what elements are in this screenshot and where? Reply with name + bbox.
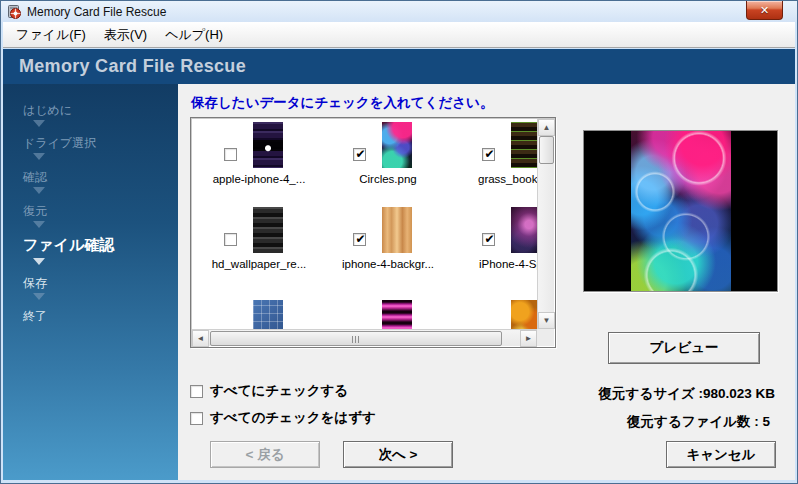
step-arrow-icon — [33, 153, 45, 160]
file-name: apple-iphone-4_... — [192, 173, 330, 185]
instruction-text: 保存したいデータにチェックを入れてください。 — [191, 94, 493, 112]
close-icon: ✕ — [760, 5, 769, 16]
step-arrow-icon — [33, 258, 45, 265]
file-checkbox[interactable] — [482, 148, 495, 161]
file-checkbox[interactable] — [353, 233, 366, 246]
menubar: ファイル(F) 表示(V) ヘルプ(H) — [3, 22, 795, 48]
thumbnail-dark-shelf — [253, 207, 283, 253]
next-button[interactable]: 次へ > — [343, 441, 453, 468]
window-title: Memory Card File Rescue — [27, 5, 166, 19]
vertical-scrollbar[interactable]: ▲ ▼ — [537, 119, 554, 329]
preview-frame — [583, 130, 778, 292]
scrollbar-corner — [537, 329, 554, 346]
scroll-right-icon[interactable]: ► — [520, 330, 537, 347]
thumbnail-pink-stripes — [382, 300, 412, 329]
thumbnail-blue-grid — [253, 300, 283, 329]
titlebar[interactable]: Memory Card File Rescue ✕ — [1, 1, 797, 22]
step-arrow-icon — [33, 120, 45, 127]
header-band: Memory Card File Rescue — [3, 49, 795, 84]
step-restore: 復元 — [23, 203, 47, 220]
wizard-sidebar: はじめに ドライブ選択 確認 復元 ファイル確認 保存 終了 — [3, 84, 178, 480]
step-arrow-icon — [33, 221, 45, 228]
step-finish: 終了 — [23, 308, 47, 325]
step-start: はじめに — [23, 102, 72, 119]
menu-view[interactable]: 表示(V) — [95, 23, 156, 47]
vertical-scroll-thumb[interactable] — [539, 136, 554, 164]
file-item[interactable] — [325, 300, 451, 329]
check-all-checkbox[interactable] — [190, 385, 203, 398]
step-file-check-current: ファイル確認 — [23, 236, 114, 255]
scroll-down-icon[interactable]: ▼ — [538, 312, 555, 329]
thumbnail-bokeh-circles — [382, 122, 412, 168]
step-arrow-icon — [33, 187, 45, 194]
file-name: iphone-4-backgr... — [317, 258, 459, 270]
file-checkbox[interactable] — [224, 233, 237, 246]
uncheck-all-row[interactable]: すべてのチェックをはずす — [190, 409, 376, 427]
horizontal-scrollbar[interactable]: ◄ ► — [192, 329, 537, 346]
app-window: Memory Card File Rescue ✕ ファイル(F) 表示(V) … — [0, 0, 798, 484]
file-item[interactable]: grass_bookshe — [454, 122, 537, 206]
thumbnail-autumn-leaves — [511, 300, 537, 329]
page-title: Memory Card File Rescue — [19, 56, 246, 77]
restore-count-text: 復元するファイル数 : 5 — [627, 413, 770, 431]
restore-size-text: 復元するサイズ :980.023 KB — [599, 385, 775, 403]
file-listbox: apple-iphone-4_... Circles.png grass_boo… — [190, 117, 556, 348]
thumbnail-wood-texture — [382, 207, 412, 253]
file-grid: apple-iphone-4_... Circles.png grass_boo… — [192, 119, 537, 329]
preview-button[interactable]: プレビュー — [608, 332, 760, 364]
file-checkbox[interactable] — [224, 148, 237, 161]
check-all-row[interactable]: すべてにチェックする — [190, 382, 348, 400]
file-item[interactable] — [196, 300, 322, 329]
file-item[interactable] — [454, 300, 537, 329]
scroll-left-icon[interactable]: ◄ — [192, 330, 209, 347]
scroll-up-icon[interactable]: ▲ — [538, 119, 555, 136]
close-button[interactable]: ✕ — [746, 1, 783, 20]
file-item[interactable]: hd_wallpaper_re... — [196, 207, 322, 291]
uncheck-all-label: すべてのチェックをはずす — [210, 409, 376, 427]
content-area: 保存したいデータにチェックを入れてください。 apple-iphone-4_..… — [178, 84, 795, 480]
file-name: grass_bookshe — [446, 173, 537, 185]
uncheck-all-checkbox[interactable] — [190, 412, 203, 425]
back-button[interactable]: < 戻る — [210, 441, 320, 468]
menu-file[interactable]: ファイル(F) — [7, 23, 95, 47]
app-icon — [6, 4, 22, 20]
file-item[interactable]: apple-iphone-4_... — [196, 122, 322, 206]
thumbnail-grass-bookshelf — [511, 122, 537, 168]
step-confirm: 確認 — [23, 169, 47, 186]
horizontal-scroll-thumb[interactable] — [210, 331, 502, 346]
step-arrow-icon — [33, 293, 45, 300]
file-item[interactable]: iphone-4-backgr... — [325, 207, 451, 291]
file-item[interactable]: Circles.png — [325, 122, 451, 206]
body: はじめに ドライブ選択 確認 復元 ファイル確認 保存 終了 保存したいデータに… — [3, 84, 795, 480]
check-all-label: すべてにチェックする — [210, 382, 348, 400]
preview-image-bokeh — [631, 131, 731, 291]
thumbnail-space-nebula — [511, 207, 537, 253]
menu-help[interactable]: ヘルプ(H) — [156, 23, 232, 47]
file-name: Circles.png — [317, 173, 459, 185]
file-name: hd_wallpaper_re... — [192, 258, 330, 270]
thumbnail-apple-galaxy — [253, 122, 283, 168]
file-item[interactable]: iPhone-4-Spac — [454, 207, 537, 291]
file-name: iPhone-4-Spac — [446, 258, 537, 270]
step-save: 保存 — [23, 275, 47, 292]
file-checkbox[interactable] — [353, 148, 366, 161]
step-drive-select: ドライブ選択 — [23, 135, 96, 152]
cancel-button[interactable]: キャンセル — [666, 441, 776, 468]
file-checkbox[interactable] — [482, 233, 495, 246]
